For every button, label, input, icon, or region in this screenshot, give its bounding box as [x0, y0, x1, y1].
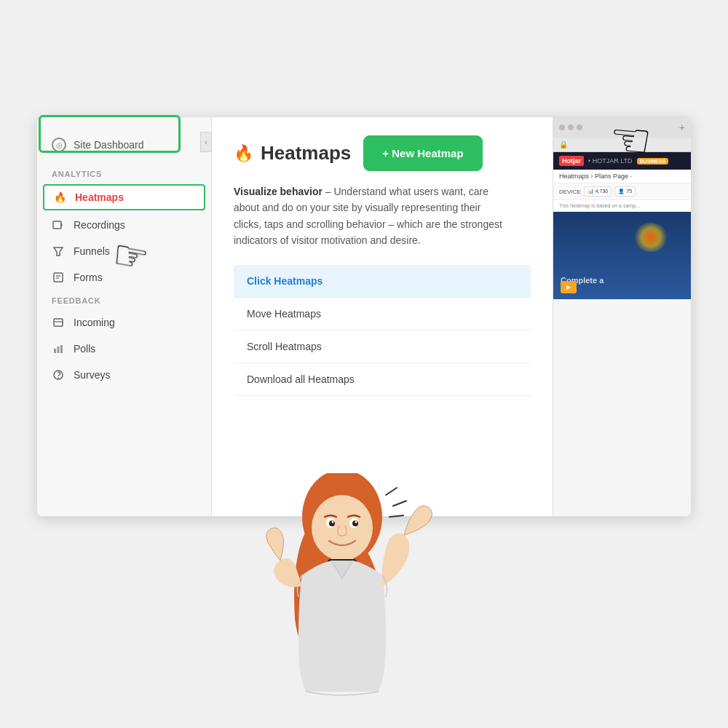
svg-point-20 — [332, 521, 334, 523]
forms-icon — [52, 271, 65, 284]
svg-rect-9 — [58, 347, 60, 353]
polls-icon — [52, 342, 65, 355]
fire-icon: 🔥 — [234, 144, 253, 163]
svg-line-25 — [389, 515, 403, 517]
feedback-section-label: FEEDBACK — [37, 290, 211, 309]
incoming-icon — [52, 316, 65, 329]
main-content: 🔥 Heatmaps + New Heatmap Visualize behav… — [212, 117, 553, 516]
new-heatmap-button[interactable]: + New Heatmap — [365, 138, 480, 169]
site-dashboard-label: Site Dashboard — [74, 139, 144, 151]
description-bold: Visualize behavior — [234, 186, 323, 197]
new-heatmap-button-label: + New Heatmap — [382, 147, 463, 159]
dashboard-icon: ◎ — [52, 138, 66, 152]
surveys-label: Surveys — [74, 369, 111, 381]
svg-line-24 — [393, 501, 406, 506]
sidebar-item-heatmaps[interactable]: 🔥 Heatmaps — [43, 184, 205, 210]
surveys-icon — [52, 368, 65, 381]
svg-point-15 — [312, 495, 373, 561]
hand-pointer-right-icon: ☞ — [607, 111, 654, 170]
funnels-icon — [52, 245, 65, 258]
heatmap-type-move[interactable]: Move Heatmaps — [234, 298, 531, 331]
preview-toolbar: DEVICE 📊 4,730 👤 75 — [553, 183, 691, 200]
preview-notice-text: This heatmap is based on a samp... — [559, 203, 640, 208]
analytics-section-label: ANALYTICS — [37, 164, 211, 183]
stat-clicks: 📊 4,730 — [584, 186, 612, 197]
heatmap-types-list: Click Heatmaps Move Heatmaps Scroll Heat… — [234, 265, 531, 396]
svg-rect-8 — [54, 349, 56, 353]
preview-heatmap: Complete a ▶ — [553, 212, 691, 299]
site-dashboard-item[interactable]: ◎ Site Dashboard — [37, 132, 211, 164]
scroll-heatmaps-label: Scroll Heatmaps — [247, 341, 322, 352]
svg-rect-10 — [60, 345, 63, 353]
browser-dot-3 — [577, 124, 582, 130]
preview-panel: + 🔒 Hotjar • HOTJAR LTD BUSINESS Heatmap… — [553, 117, 691, 516]
heatmaps-icon: 🔥 — [53, 191, 66, 204]
preview-action-button: ▶ — [561, 281, 577, 293]
character-illustration — [240, 473, 444, 728]
recordings-label: Recordings — [74, 219, 125, 231]
chevron-left-icon: ‹ — [205, 138, 207, 146]
stat-users: 👤 75 — [614, 186, 636, 197]
sidebar-collapse-button[interactable]: ‹ — [200, 132, 212, 152]
breadcrumb-text: Heatmaps › Plans Page · — [559, 173, 632, 180]
preview-browser: + 🔒 Hotjar • HOTJAR LTD BUSINESS Heatmap… — [553, 117, 691, 516]
download-heatmaps-label: Download all Heatmaps — [247, 373, 355, 385]
page-title-text: Heatmaps — [261, 142, 351, 165]
svg-marker-2 — [54, 248, 63, 256]
page-header: 🔥 Heatmaps + New Heatmap — [234, 138, 531, 169]
svg-point-21 — [355, 521, 357, 523]
svg-point-12 — [58, 377, 59, 379]
browser-new-tab-icon: + — [679, 122, 685, 133]
heatmap-type-click[interactable]: Click Heatmaps — [234, 265, 531, 298]
svg-rect-6 — [54, 319, 63, 326]
page-title: 🔥 Heatmaps — [234, 142, 351, 165]
device-label: DEVICE — [559, 189, 581, 195]
click-heatmaps-label: Click Heatmaps — [247, 275, 323, 287]
url-icon: 🔒 — [559, 141, 568, 149]
hotjar-logo: Hotjar — [559, 156, 584, 166]
preview-notice: This heatmap is based on a samp... — [553, 200, 691, 212]
svg-rect-0 — [53, 221, 61, 229]
browser-dot-1 — [559, 124, 565, 130]
browser-dot-2 — [568, 124, 574, 130]
description-text: Visualize behavior – Understand what use… — [234, 183, 510, 249]
svg-rect-3 — [54, 273, 63, 282]
heatmap-type-scroll[interactable]: Scroll Heatmaps — [234, 331, 531, 363]
svg-line-23 — [386, 488, 397, 495]
sidebar: ‹ ◎ Site Dashboard ANALYTICS 🔥 Heatmaps … — [37, 117, 212, 516]
sidebar-item-incoming[interactable]: Incoming — [37, 309, 211, 336]
sidebar-item-polls[interactable]: Polls — [37, 336, 211, 362]
move-heatmaps-label: Move Heatmaps — [247, 308, 321, 320]
recordings-icon — [52, 218, 65, 232]
heatmaps-label: Heatmaps — [75, 191, 124, 203]
incoming-label: Incoming — [74, 317, 115, 328]
heatmap-type-download[interactable]: Download all Heatmaps — [234, 363, 531, 396]
app-window: ‹ ◎ Site Dashboard ANALYTICS 🔥 Heatmaps … — [36, 116, 692, 517]
polls-label: Polls — [74, 343, 95, 355]
sidebar-item-surveys[interactable]: Surveys — [37, 362, 211, 388]
heatmap-blob — [633, 223, 669, 252]
funnels-label: Funnels — [74, 245, 110, 257]
forms-label: Forms — [74, 272, 103, 283]
preview-breadcrumb: Heatmaps › Plans Page · — [553, 170, 691, 183]
